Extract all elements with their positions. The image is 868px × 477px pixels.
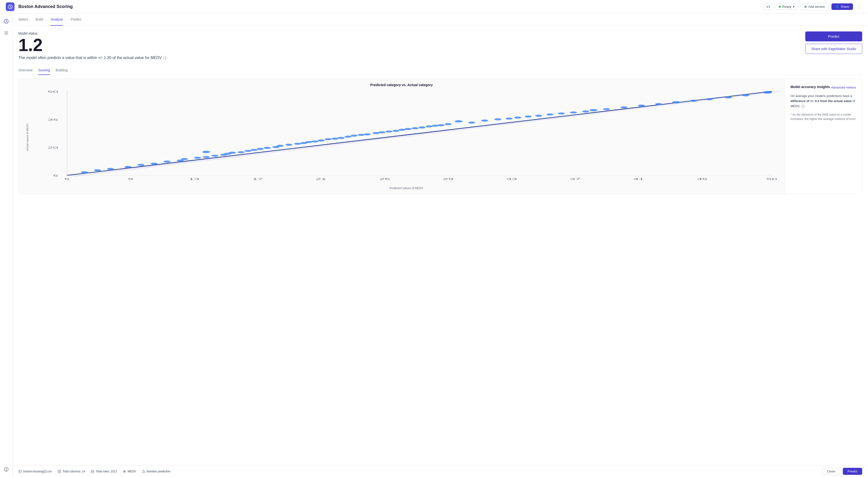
svg-point-36: [151, 163, 158, 165]
insights-description: On average your model's predictions have…: [790, 94, 856, 109]
tab-select[interactable]: Select: [19, 13, 28, 26]
tab-build[interactable]: Build: [36, 13, 43, 26]
svg-text:29: 29: [443, 177, 454, 181]
header-actions: V1 Ready ▾ ⊕ Add version 👤 Share ⋮: [763, 3, 862, 11]
svg-point-81: [481, 120, 488, 122]
svg-point-64: [358, 134, 365, 136]
svg-text:5: 5: [53, 174, 58, 177]
svg-text:45: 45: [697, 177, 708, 181]
svg-point-100: [742, 94, 749, 96]
svg-point-49: [257, 148, 264, 150]
svg-point-67: [378, 131, 385, 133]
svg-text:35: 35: [48, 118, 58, 121]
sidebar-item-ai[interactable]: [2, 18, 10, 25]
svg-point-52: [277, 145, 284, 147]
sidebar-item-help[interactable]: [2, 466, 10, 473]
svg-point-54: [294, 143, 301, 145]
prediction-type-label: Number prediction: [147, 470, 170, 473]
tab-predict[interactable]: Predict: [71, 13, 82, 26]
svg-point-83: [506, 117, 513, 120]
svg-marker-29: [67, 91, 781, 177]
svg-point-60: [332, 138, 339, 140]
sub-tab-overview[interactable]: Overview: [19, 66, 32, 75]
close-button[interactable]: Close: [822, 468, 840, 475]
svg-point-89: [570, 111, 577, 113]
svg-rect-102: [19, 470, 22, 473]
ready-label: Ready: [782, 5, 792, 8]
svg-point-82: [494, 118, 501, 120]
svg-point-99: [725, 97, 732, 98]
svg-point-58: [318, 139, 325, 141]
svg-point-78: [202, 151, 210, 153]
svg-point-37: [164, 161, 171, 163]
svg-point-71: [405, 128, 412, 130]
svg-point-50: [264, 147, 271, 149]
target-item: MEDV: [123, 470, 136, 473]
svg-point-35: [137, 164, 145, 166]
right-actions: Predict Share with SageMaker Studio: [805, 31, 862, 54]
svg-point-69: [393, 130, 400, 132]
svg-line-30: [67, 92, 772, 175]
svg-point-56: [305, 141, 312, 143]
svg-text:33: 33: [506, 177, 517, 181]
svg-point-45: [229, 152, 236, 154]
svg-point-74: [426, 126, 433, 128]
app-title: Boston Advanced Scoring: [19, 4, 759, 9]
chart-svg: 5 20 35 50 5 9 13 17 21 25: [32, 89, 781, 185]
tab-nav: Select Build Analyze Predict: [12, 13, 868, 26]
svg-point-65: [364, 133, 371, 135]
tab-analyze[interactable]: Analyze: [51, 13, 63, 26]
model-description: The model often predicts a value that is…: [19, 56, 862, 60]
sub-tab-building[interactable]: Building: [56, 66, 68, 75]
chart-container: Predicted category vs. Actual category A…: [19, 79, 784, 194]
rows-item: Total rows: 1012: [91, 470, 117, 473]
prediction-icon: [142, 470, 145, 473]
file-name: boston-housing(2).csv: [23, 470, 52, 473]
svg-point-53: [285, 144, 292, 146]
columns-label: Total columns: 14: [62, 470, 85, 473]
insights-info-icon[interactable]: ℹ: [801, 104, 805, 108]
share-button[interactable]: 👤 Share: [831, 3, 853, 10]
svg-point-63: [351, 135, 358, 136]
svg-text:20: 20: [48, 146, 58, 149]
plus-icon: ⊕: [804, 5, 807, 8]
sidebar-item-list[interactable]: [2, 29, 10, 37]
svg-point-94: [638, 104, 645, 106]
model-score: 1.2: [19, 36, 862, 54]
svg-point-98: [706, 98, 713, 100]
file-item: boston-housing(2).csv: [19, 470, 52, 473]
svg-point-91: [589, 109, 597, 111]
insights-panel: Model accuracy insights Advanced metrics…: [784, 79, 862, 194]
chart-title: Predicted category vs. Actual category: [23, 83, 781, 87]
add-version-button[interactable]: ⊕ Add version: [800, 3, 829, 10]
ready-badge[interactable]: Ready ▾: [776, 4, 798, 10]
predict-bottom-button[interactable]: Predict: [843, 468, 862, 475]
svg-point-39: [181, 158, 188, 160]
svg-text:50: 50: [48, 90, 58, 93]
svg-text:25: 25: [379, 177, 390, 181]
predict-main-button[interactable]: Predict: [805, 31, 862, 41]
file-icon: [19, 470, 22, 473]
svg-point-6: [6, 471, 6, 471]
chart-section: Predicted category vs. Actual category A…: [19, 79, 862, 194]
svg-text:50: 50: [767, 177, 777, 181]
svg-text:13: 13: [189, 177, 199, 181]
info-icon[interactable]: ℹ: [163, 56, 167, 60]
bottom-actions: Close Predict: [822, 468, 862, 475]
svg-point-62: [345, 136, 352, 138]
svg-point-93: [620, 106, 627, 108]
svg-rect-108: [91, 470, 94, 473]
more-options-button[interactable]: ⋮: [856, 3, 862, 11]
svg-point-101: [763, 91, 772, 94]
sub-tab-scoring[interactable]: Scoring: [38, 66, 50, 75]
svg-point-95: [655, 103, 662, 105]
svg-point-34: [124, 166, 131, 168]
chevron-down-icon: ▾: [793, 5, 795, 8]
svg-point-57: [311, 140, 318, 142]
svg-point-85: [525, 115, 532, 117]
svg-point-40: [194, 157, 201, 159]
svg-point-70: [399, 129, 406, 131]
version-badge[interactable]: V1: [763, 4, 773, 10]
advanced-metrics-link[interactable]: Advanced metrics: [831, 86, 856, 89]
sagemaker-button[interactable]: Share with SageMaker Studio: [805, 44, 862, 54]
